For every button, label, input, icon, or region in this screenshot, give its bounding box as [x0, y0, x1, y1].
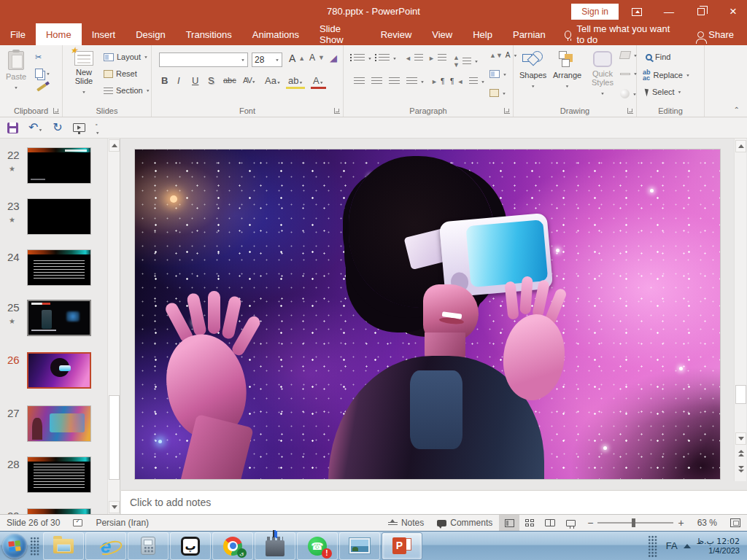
slide-thumbnail-27[interactable]: [27, 405, 91, 442]
text-shadow-button[interactable]: S: [206, 74, 217, 87]
editor-scrollbar-thumb[interactable]: [735, 385, 746, 404]
slide-thumbnail-25[interactable]: [27, 300, 91, 336]
zoom-slider-thumb[interactable]: [632, 518, 635, 527]
tab-help[interactable]: Help: [462, 23, 503, 45]
slide-thumbnail-24[interactable]: [27, 249, 91, 286]
highlight-color-button[interactable]: ab▼: [286, 74, 305, 89]
tab-review[interactable]: Review: [371, 23, 422, 45]
thumbnail-scroll-down-button[interactable]: [109, 501, 120, 513]
arrange-button[interactable]: Arrange▼: [553, 51, 581, 90]
editor-scroll-down-button[interactable]: [735, 432, 746, 445]
tab-design[interactable]: Design: [125, 23, 175, 45]
bold-button[interactable]: B: [159, 74, 170, 87]
reading-view-button[interactable]: [540, 515, 560, 531]
undo-button[interactable]: ↶▼: [28, 121, 42, 134]
thumbnail-scrollbar-thumb[interactable]: [109, 395, 120, 480]
slide-thumbnail-28[interactable]: [27, 456, 91, 493]
rtl-direction-button[interactable]: ¶◄: [450, 77, 463, 85]
align-left-button[interactable]: [354, 77, 365, 85]
zoom-slider[interactable]: [597, 522, 673, 524]
slide-sorter-view-button[interactable]: [519, 515, 540, 531]
fit-to-window-button[interactable]: [724, 515, 747, 531]
taskbar-calculator[interactable]: [128, 532, 169, 560]
find-button[interactable]: Find: [646, 52, 670, 61]
shape-outline-button[interactable]: ▼: [620, 71, 638, 76]
slide-thumbnail-26-selected[interactable]: [27, 352, 91, 389]
customize-qat-button[interactable]: ⹀▼: [96, 120, 99, 136]
tab-home[interactable]: Home: [36, 23, 82, 45]
ltr-direction-button[interactable]: ►¶: [431, 77, 444, 85]
normal-view-button[interactable]: [499, 515, 519, 531]
start-button[interactable]: [2, 534, 27, 559]
tab-transitions[interactable]: Transitions: [176, 23, 242, 45]
taskbar-persian-app[interactable]: پ: [170, 532, 211, 560]
slide-thumbnail-22[interactable]: [27, 147, 91, 184]
convert-smartart-button[interactable]: ▼: [489, 89, 506, 97]
numbering-button[interactable]: ▼: [379, 54, 397, 62]
quick-styles-button[interactable]: Quick Styles▼: [587, 51, 619, 98]
taskbar-photo-viewer[interactable]: [339, 532, 380, 560]
taskbar-whatsapp[interactable]: ☎!: [297, 532, 338, 560]
editor-scroll-up-button[interactable]: [735, 140, 746, 152]
comments-toggle-button[interactable]: Comments: [430, 515, 499, 531]
tab-parnian[interactable]: Parnian: [503, 23, 556, 45]
clear-formatting-button[interactable]: ◢: [330, 52, 337, 63]
reset-button[interactable]: Reset: [104, 69, 137, 78]
zoom-in-button[interactable]: +: [678, 515, 690, 531]
tab-animations[interactable]: Animations: [242, 23, 309, 45]
zoom-out-button[interactable]: −: [581, 515, 593, 531]
taskbar-chrome[interactable]: ی: [212, 532, 253, 560]
taskbar-file-explorer[interactable]: [43, 532, 84, 560]
start-from-beginning-button[interactable]: [73, 123, 85, 132]
font-color-button[interactable]: A▼: [311, 74, 326, 89]
slide-show-button[interactable]: [560, 515, 581, 531]
collapse-ribbon-button[interactable]: ⌃: [734, 106, 740, 114]
change-case-button[interactable]: Aa▼: [263, 74, 283, 87]
shapes-button[interactable]: Shapes▼: [519, 51, 546, 90]
align-right-button[interactable]: [389, 77, 400, 85]
slide-canvas[interactable]: [135, 149, 720, 479]
increase-font-size-button[interactable]: A▲: [289, 52, 305, 64]
language-switcher[interactable]: FA: [666, 540, 678, 551]
section-button[interactable]: Section▼: [104, 86, 150, 95]
drawing-dialog-launcher[interactable]: [627, 108, 633, 114]
copy-button[interactable]: ▼: [35, 69, 50, 78]
shape-effects-button[interactable]: ▼: [620, 89, 637, 98]
paragraph-dialog-launcher[interactable]: [504, 108, 510, 114]
paste-button[interactable]: Paste ▼: [6, 51, 26, 92]
close-button[interactable]: ×: [721, 0, 746, 23]
clipboard-dialog-launcher[interactable]: [53, 108, 59, 114]
shape-fill-button[interactable]: ▼: [620, 51, 638, 59]
save-button[interactable]: [7, 122, 18, 133]
sign-in-button[interactable]: Sign in: [571, 4, 619, 20]
character-spacing-button[interactable]: AV▼: [241, 75, 258, 85]
line-spacing-button[interactable]: ▲▼▼: [453, 54, 479, 69]
ribbon-display-options-button[interactable]: [624, 0, 649, 23]
tab-file[interactable]: File: [0, 23, 36, 45]
increase-indent-button[interactable]: ►: [428, 54, 446, 62]
layout-button[interactable]: Layout▼: [104, 52, 148, 61]
decrease-font-size-button[interactable]: A▼: [309, 52, 325, 63]
font-size-combo[interactable]: 28▼: [252, 52, 282, 67]
thumbnail-scroll-up-button[interactable]: [109, 139, 120, 152]
align-center-button[interactable]: [371, 77, 382, 85]
justify-button[interactable]: ▼: [406, 77, 425, 85]
taskbar-game-app[interactable]: [255, 532, 295, 560]
previous-slide-button[interactable]: [736, 448, 746, 458]
tell-me-search[interactable]: Tell me what you want to do: [556, 23, 685, 45]
slide-thumbnail-23[interactable]: [27, 198, 91, 235]
tab-view[interactable]: View: [422, 23, 462, 45]
cut-button[interactable]: ✂: [35, 52, 42, 62]
taskbar-internet-explorer[interactable]: e: [85, 532, 126, 560]
restore-button[interactable]: [689, 0, 713, 23]
tab-slide-show[interactable]: Slide Show: [309, 23, 371, 45]
select-button[interactable]: Select▼: [646, 88, 682, 96]
next-slide-button[interactable]: [736, 464, 746, 474]
clock[interactable]: 12:02 ب.ظ 1/4/2023: [697, 537, 740, 556]
tab-insert[interactable]: Insert: [82, 23, 126, 45]
strikethrough-button[interactable]: abc: [221, 75, 239, 85]
taskbar-powerpoint-active[interactable]: P: [382, 532, 422, 560]
spell-check-button[interactable]: [66, 515, 89, 531]
replace-button[interactable]: abacReplace▼: [643, 69, 690, 81]
zoom-level[interactable]: 63 %: [691, 515, 724, 531]
